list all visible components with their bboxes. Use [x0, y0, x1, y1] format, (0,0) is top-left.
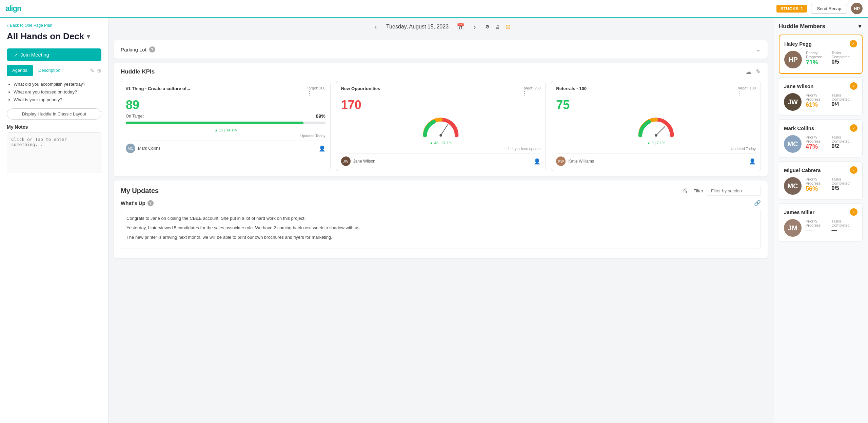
kpi-card-header: New Opportunities Target: 250 ⋮	[341, 86, 541, 97]
member-card[interactable]: James Miller ✓ JM Priority Progress: — T…	[779, 203, 863, 242]
stucks-badge[interactable]: STUCKS 1	[776, 5, 807, 13]
member-card[interactable]: Jane Wilson ✓ JW Priority Progress: 61% …	[779, 77, 863, 116]
svg-line-2	[656, 126, 665, 135]
kpi-assign-icon[interactable]: 👤	[319, 145, 326, 152]
kpi-updated: Updated Today	[556, 147, 756, 151]
back-link[interactable]: Back to One Page Plan	[7, 22, 101, 28]
add-date-icon[interactable]: ⊕	[505, 23, 511, 31]
add-icon[interactable]: ⊕	[97, 67, 101, 74]
kpi-trend-wrap: ▲ 11 | 14.1%	[126, 127, 326, 132]
link-icon[interactable]: 🔗	[754, 200, 761, 206]
tasks-completed-stat: Tasks Completed: 0/2	[832, 135, 858, 150]
member-avatar: JW	[784, 93, 802, 111]
member-card[interactable]: Haley Pegg ✓ HP Priority Progress: 71% T…	[779, 35, 863, 74]
member-card[interactable]: Miguel Cabrera ✓ MC Priority Progress: 5…	[779, 161, 863, 200]
filter-input[interactable]	[707, 186, 761, 196]
description-tab[interactable]: Description	[33, 65, 66, 76]
member-body: HP Priority Progress: 71% Tasks Complete…	[784, 51, 857, 68]
member-header: Miguel Cabrera ✓	[784, 166, 857, 174]
edit-icon[interactable]: ✎	[90, 67, 94, 74]
members-list: Haley Pegg ✓ HP Priority Progress: 71% T…	[779, 35, 863, 242]
kpi-cards: #1 Thing - Create a culture of... Target…	[121, 81, 761, 171]
whats-up-help-icon[interactable]: ?	[147, 200, 154, 206]
settings-icon[interactable]: ⚙	[485, 24, 490, 29]
kpi-cloud-icon[interactable]: ☁	[746, 68, 752, 76]
stat-row: Priority Progress: 56% Tasks Completed: …	[806, 177, 857, 192]
member-stats: Priority Progress: — Tasks Completed: —	[806, 219, 857, 237]
updates-section: My Updates 🖨 Filter What's Up ?	[114, 181, 768, 258]
user-avatar: HP	[851, 3, 863, 14]
kpi-assign-icon[interactable]: 👤	[534, 158, 540, 165]
kpi-card-header: Referrals - 100 Target: 100 ⋮	[556, 86, 756, 97]
huddle-title: Huddle Members	[779, 23, 825, 30]
meeting-title-caret-icon[interactable]: ▾	[87, 33, 90, 40]
parking-lot-help-icon[interactable]: ?	[149, 46, 155, 52]
left-sidebar: Back to One Page Plan All Hands on Deck …	[0, 18, 108, 423]
member-check-icon: ✓	[850, 166, 857, 174]
whats-up-content: Congrats to Jane on closing the CB&E acc…	[121, 209, 761, 249]
parking-lot-chevron-icon[interactable]: ⌄	[756, 46, 761, 53]
date-bar: ‹ Tuesday, August 15, 2023 📅 › ⚙ 🖨 ⊕	[108, 18, 773, 36]
whats-up-label: What's Up	[121, 200, 145, 206]
kpi-progress-bar	[126, 122, 326, 124]
right-sidebar: Huddle Members ▼ Haley Pegg ✓ HP Priorit…	[773, 18, 868, 423]
kpi-status-row: On Target89%	[126, 113, 326, 119]
agenda-items: What did you accomplish yesterday?What a…	[0, 80, 108, 104]
updates-header: My Updates 🖨 Filter	[121, 186, 761, 196]
topbar: align STUCKS 1 Send Recap HP	[0, 0, 868, 18]
parking-lot-bar: Parking Lot ? ⌄	[114, 40, 768, 59]
svg-point-3	[655, 134, 657, 136]
date-prev-button[interactable]: ‹	[371, 22, 381, 32]
priority-progress-value: 56%	[806, 185, 832, 192]
kpi-menu-icon[interactable]: ⋮	[522, 90, 527, 96]
kpi-person-avatar: KW	[556, 156, 566, 166]
filter-label: Filter	[693, 188, 703, 193]
date-next-button[interactable]: ›	[470, 22, 480, 32]
member-body: JM Priority Progress: — Tasks Completed:…	[784, 219, 857, 237]
priority-progress-value: 47%	[806, 143, 832, 150]
my-notes-section: My Notes	[0, 124, 108, 179]
tasks-completed-label: Tasks Completed:	[832, 135, 858, 143]
priority-progress-label: Priority Progress:	[806, 219, 832, 227]
member-name: Mark Collins	[784, 125, 814, 131]
member-header: Mark Collins ✓	[784, 124, 857, 132]
member-avatar: MC	[784, 135, 802, 153]
whats-up-title: What's Up ?	[121, 200, 154, 206]
member-body: JW Priority Progress: 61% Tasks Complete…	[784, 93, 857, 111]
agenda-tab[interactable]: Agenda	[7, 65, 33, 76]
parking-lot-label: Parking Lot ?	[121, 46, 155, 52]
notes-textarea[interactable]	[7, 132, 101, 173]
calendar-icon[interactable]: 📅	[457, 23, 464, 30]
print-icon[interactable]: 🖨	[495, 24, 500, 29]
updates-print-icon[interactable]: 🖨	[682, 187, 688, 194]
kpi-card: New Opportunities Target: 250 ⋮ 170	[336, 81, 546, 171]
priority-progress-stat: Priority Progress: 71%	[806, 51, 832, 66]
member-header: James Miller ✓	[784, 208, 857, 216]
kpi-assign-icon[interactable]: 👤	[749, 158, 756, 165]
main-layout: Back to One Page Plan All Hands on Deck …	[0, 18, 868, 423]
meeting-title-text: All Hands on Deck	[7, 31, 84, 42]
member-stats: Priority Progress: 47% Tasks Completed: …	[806, 135, 857, 153]
member-name: Jane Wilson	[784, 83, 813, 89]
member-stats: Priority Progress: 61% Tasks Completed: …	[806, 93, 857, 111]
member-check-icon: ✓	[850, 40, 857, 47]
classic-layout-button[interactable]: Display Huddle in Classic Layout	[7, 108, 101, 120]
kpi-trend: ▲ 11 | 14.1%	[214, 128, 237, 132]
join-meeting-button[interactable]: Join Meeting	[7, 48, 101, 61]
kpi-card: Referrals - 100 Target: 100 ⋮ 75	[551, 81, 761, 171]
tasks-completed-value: 0/2	[832, 143, 858, 149]
kpi-card-title: #1 Thing - Create a culture of...	[126, 86, 307, 91]
tasks-completed-value: —	[832, 227, 858, 233]
member-body: MC Priority Progress: 47% Tasks Complete…	[784, 135, 857, 153]
member-card[interactable]: Mark Collins ✓ MC Priority Progress: 47%…	[779, 119, 863, 158]
kpi-edit-icon[interactable]: ✎	[756, 68, 761, 76]
kpi-menu-icon[interactable]: ⋮	[737, 90, 743, 96]
kpi-menu-icon[interactable]: ⋮	[307, 90, 312, 96]
kpi-gauge	[556, 115, 756, 139]
meeting-title: All Hands on Deck ▾	[7, 31, 101, 42]
send-recap-button[interactable]: Send Recap	[811, 4, 847, 14]
kpi-footer: MC Mark Collins 👤	[126, 141, 326, 153]
sidebar-header: Back to One Page Plan All Hands on Deck …	[0, 18, 108, 44]
kpi-person-avatar: JW	[341, 156, 351, 166]
huddle-filter-icon[interactable]: ▼	[857, 23, 863, 29]
